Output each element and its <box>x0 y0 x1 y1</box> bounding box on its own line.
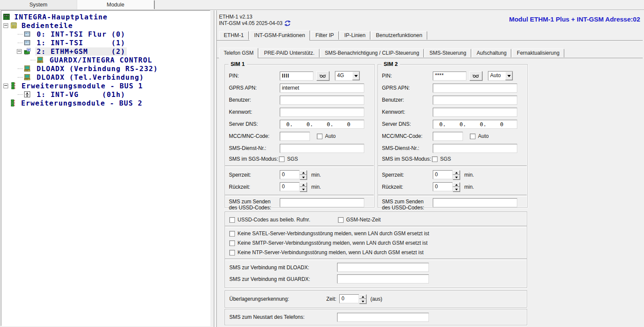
sim2-sms-service-input[interactable] <box>433 144 517 153</box>
tab-module[interactable]: Module <box>77 0 154 9</box>
collapse-icon[interactable] <box>17 49 22 54</box>
tree-item-keypads[interactable]: Bedienteile <box>1 21 210 30</box>
firmware-version-ethm: ETHM-1 v2.13 <box>219 14 252 20</box>
sim1-return-time-value[interactable]: 0 <box>280 182 300 191</box>
tree-item-int-vg[interactable]: 1: INT-VG (01h) <box>1 90 210 99</box>
sim2-mcc-input[interactable] <box>433 132 463 141</box>
sim2-password-input[interactable] <box>433 108 517 117</box>
jamming-time-stepper[interactable]: 0 <box>339 294 366 304</box>
tree-item-expander-bus2[interactable]: Erweiterungsmodule - BUS 2 <box>1 99 210 107</box>
tree-item-mainboard[interactable]: INTEGRA-Hauptplatine <box>1 12 210 21</box>
tab-filter-ip[interactable]: Filter IP <box>311 31 339 40</box>
sim1-sgs-checkbox[interactable] <box>279 156 284 162</box>
no-ntp-trouble-checkbox[interactable] <box>229 250 235 255</box>
restart-sms-input[interactable] <box>337 313 429 322</box>
sim1-return-time-stepper[interactable]: 0 <box>280 182 307 192</box>
sim2-groupbox: SIM 2 PIN: **** Auto <box>378 64 528 208</box>
spin-down-button[interactable] <box>453 187 460 192</box>
show-pin-button[interactable] <box>469 71 482 81</box>
sim2-user-input[interactable] <box>433 96 517 105</box>
sim2-sgs-checkbox[interactable] <box>432 156 438 162</box>
sim2-network-select[interactable]: Auto <box>488 71 513 81</box>
ussd-any-checkbox[interactable] <box>229 217 235 223</box>
no-satel-trouble-checkbox[interactable] <box>229 231 235 237</box>
gsm-time-checkbox[interactable] <box>338 217 344 223</box>
sim1-mcc-input[interactable] <box>280 132 310 141</box>
sim1-password-input[interactable] <box>280 108 364 117</box>
subtab-sms-steuerung[interactable]: SMS-Steuerung <box>425 49 471 57</box>
sim1-network-value: 4G <box>335 72 352 80</box>
sim2-ussd-sms-input[interactable] <box>433 198 517 207</box>
sms-guardx-input[interactable] <box>337 274 429 283</box>
sim2-auto-checkbox[interactable] <box>470 134 475 139</box>
collapse-icon[interactable] <box>3 23 8 28</box>
subtab-telefon-gsm[interactable]: Telefon GSM <box>219 48 258 58</box>
sim1-block-time-stepper[interactable]: 0 <box>280 170 307 180</box>
no-smtp-trouble-checkbox[interactable] <box>229 240 235 246</box>
spin-up-button[interactable] <box>300 170 307 175</box>
mcc-mnc-label: MCC/MNC-Code: <box>229 133 280 139</box>
sim2-dns-field[interactable]: 0. 0. 0. 0 <box>433 120 517 129</box>
tree-item-int-tsi-0[interactable]: 0: INT-TSI Flur (0) <box>1 30 210 38</box>
glasses-icon <box>319 74 326 78</box>
jamming-time-value[interactable]: 0 <box>339 294 359 303</box>
spin-down-button[interactable] <box>300 187 307 192</box>
sgs-label: SGS <box>287 156 298 162</box>
no-ntp-trouble-label: Keine NTP-Server-Verbindungsstörung meld… <box>238 249 424 255</box>
module-title: Modul ETHM-1 Plus + INT-GSM Adresse:02 <box>509 16 640 23</box>
sim2-block-time-stepper[interactable]: 0 <box>433 170 460 180</box>
min-label: min. <box>311 172 321 178</box>
panel-splitter[interactable] <box>214 10 217 327</box>
chevron-up-icon <box>455 172 458 174</box>
sim1-block-time-value[interactable]: 0 <box>280 170 300 179</box>
sim2-block-time-value[interactable]: 0 <box>433 170 453 179</box>
tree-item-guardx-control[interactable]: GUARDX/INTEGRA CONTROL <box>1 56 210 64</box>
tab-ip-linien[interactable]: IP-Linien <box>340 31 370 40</box>
subtab-fernaktualisierung[interactable]: Fernaktualisierung <box>512 49 564 57</box>
tree-item-int-tsi-1[interactable]: 1: INT-TSI (1) <box>1 38 210 47</box>
show-pin-button[interactable] <box>316 71 329 81</box>
tab-benutzerfunktionen[interactable]: Benutzerfunktionen <box>371 31 427 40</box>
sim2-pin-field[interactable]: **** <box>433 72 466 81</box>
tree-item-dloadx-tel[interactable]: DLOADX (Tel.Verbindung) <box>1 73 210 81</box>
tab-ethm-1[interactable]: ETHM-1 <box>219 31 249 40</box>
spin-up-button[interactable] <box>359 294 366 299</box>
dropdown-button[interactable] <box>352 72 360 80</box>
sim1-user-input[interactable] <box>280 96 364 105</box>
subtab-aufschaltung[interactable]: Aufschaltung <box>472 49 511 57</box>
aus-label: (aus) <box>370 296 382 302</box>
gprs-apn-label: GPRS APN: <box>382 85 433 91</box>
sms-dloadx-input[interactable] <box>337 263 429 272</box>
spin-down-button[interactable] <box>359 299 366 304</box>
tree-item-dloadx-rs232[interactable]: DLOADX (Verbindung RS-232) <box>1 64 210 73</box>
svg-text:IP: IP <box>28 49 30 51</box>
tab-int-gsm-funktionen[interactable]: INT-GSM-Funktionen <box>250 30 310 40</box>
sim1-sms-service-input[interactable] <box>280 144 364 153</box>
dropdown-button[interactable] <box>505 72 513 80</box>
subtab-pre-paid[interactable]: PRE-PAID Unterstütz. <box>259 49 319 57</box>
sim2-return-time-stepper[interactable]: 0 <box>433 182 460 192</box>
subtab-sms-benachrichtigung[interactable]: SMS-Benachrichtigung / CLIP-Steuerung <box>320 49 424 57</box>
sim1-dns-field[interactable]: 0. 0. 0. 0 <box>280 120 364 129</box>
spin-down-button[interactable] <box>453 175 460 180</box>
sim1-network-select[interactable]: 4G <box>335 71 360 81</box>
sim2-return-time-value[interactable]: 0 <box>433 182 453 191</box>
sim1-auto-checkbox[interactable] <box>317 134 322 139</box>
spin-up-button[interactable] <box>453 182 460 187</box>
collapse-icon[interactable] <box>3 84 8 88</box>
gprs-apn-label: GPRS APN: <box>229 85 280 91</box>
sim1-ussd-sms-input[interactable] <box>280 198 364 207</box>
spin-up-button[interactable] <box>453 170 460 175</box>
spin-up-button[interactable] <box>300 182 307 187</box>
tree-item-ethm-gsm[interactable]: IP 2: ETHM+GSM (2) <box>1 47 210 56</box>
sim1-pin-field[interactable]: IIII <box>280 72 313 81</box>
auto-label: Auto <box>325 133 336 139</box>
sim2-gprs-apn-input[interactable] <box>433 84 517 93</box>
tree-guide <box>18 69 23 69</box>
refresh-icon[interactable] <box>284 20 291 26</box>
tree-item-expander-bus1[interactable]: Erweiterungsmodule - BUS 1 <box>1 81 210 90</box>
spin-down-button[interactable] <box>300 175 307 180</box>
user-label: Benutzer: <box>229 97 280 103</box>
tab-system[interactable]: System <box>0 0 77 9</box>
sim1-gprs-apn-input[interactable] <box>280 84 364 93</box>
